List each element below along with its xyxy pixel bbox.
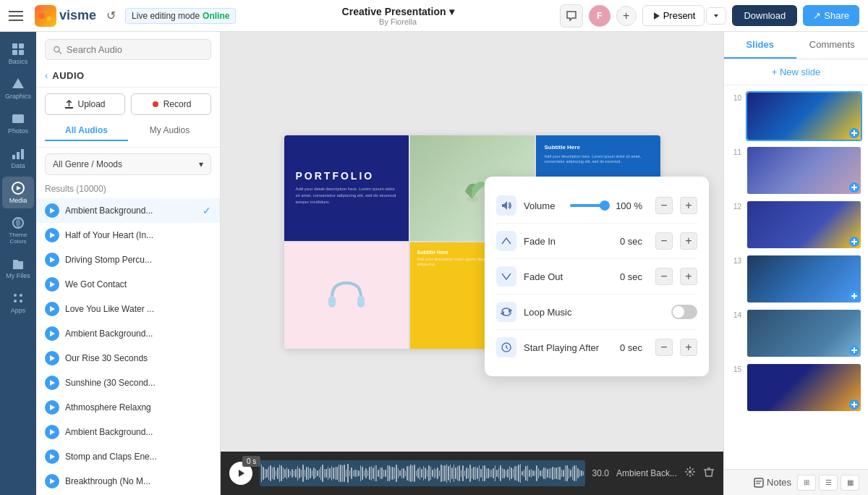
audio-list-item[interactable]: Driving Stomp Percu... xyxy=(36,248,220,272)
audio-list-item[interactable]: Half of Your Heart (In... xyxy=(36,223,220,248)
volume-thumb xyxy=(600,200,610,211)
slide-thumbnail[interactable] xyxy=(746,308,862,358)
sidebar-item-photos[interactable]: Photos xyxy=(2,107,34,139)
sidebar-item-data[interactable]: Data xyxy=(2,142,34,174)
search-box[interactable] xyxy=(45,39,211,60)
sidebar-item-graphics[interactable]: Graphics xyxy=(2,72,34,104)
track-play-button[interactable] xyxy=(45,203,59,218)
track-play-button[interactable] xyxy=(45,376,59,390)
svg-rect-8 xyxy=(19,50,24,55)
slide-thumbnail[interactable] xyxy=(746,145,862,195)
audio-list-item[interactable]: Our Rise 30 Seconds xyxy=(36,346,220,371)
volume-minus-button[interactable]: − xyxy=(655,197,673,214)
add-collaborator-button[interactable]: + xyxy=(616,6,637,26)
slide-thumbnail[interactable] xyxy=(746,91,862,141)
hamburger-menu[interactable] xyxy=(9,6,29,26)
filmstrip-view-button[interactable]: ▦ xyxy=(841,475,859,491)
grid-view-button[interactable]: ⊞ xyxy=(797,475,816,491)
audio-action-buttons: Upload Record xyxy=(36,88,220,121)
slide-thumbnail[interactable] xyxy=(746,363,862,412)
svg-rect-13 xyxy=(12,155,15,159)
present-dropdown-button[interactable] xyxy=(706,7,726,25)
sidebar-item-theme-colors[interactable]: Theme Colors xyxy=(2,211,34,249)
slide-add-audio-icon[interactable] xyxy=(849,399,859,410)
undo-button[interactable]: ↺ xyxy=(102,7,119,25)
track-play-button[interactable] xyxy=(45,326,59,341)
download-button[interactable]: Download xyxy=(732,5,797,26)
tab-my-audios[interactable]: My Audios xyxy=(128,121,211,141)
present-button[interactable]: Present xyxy=(642,5,705,26)
record-button[interactable]: Record xyxy=(131,93,211,115)
fade-out-plus-button[interactable]: + xyxy=(680,268,697,285)
timeline-delete-button[interactable] xyxy=(703,466,715,481)
search-input[interactable] xyxy=(67,44,203,55)
audio-list-item[interactable]: Stomp and Claps Ene... xyxy=(36,444,220,469)
slide-add-audio-icon[interactable] xyxy=(849,237,859,247)
slide-add-audio-icon[interactable] xyxy=(849,345,859,355)
audio-list-item[interactable]: Athmosphere Relaxng xyxy=(36,395,220,420)
upload-button[interactable]: Upload xyxy=(45,93,125,115)
track-play-button[interactable] xyxy=(45,425,59,439)
waveform[interactable] xyxy=(260,460,585,486)
sidebar-item-my-files[interactable]: My Files xyxy=(2,252,34,284)
tab-all-audios[interactable]: All Audios xyxy=(45,121,128,141)
canvas-main[interactable]: PORTFOLIO Add your detail description he… xyxy=(221,32,723,452)
track-play-button[interactable] xyxy=(45,351,59,365)
fade-out-minus-button[interactable]: − xyxy=(655,268,673,285)
audio-back-button[interactable]: ‹ xyxy=(45,70,48,81)
slide-number: 15 xyxy=(730,363,741,373)
fade-in-control-row: Fade In 0 sec − + xyxy=(496,224,697,259)
svg-marker-35 xyxy=(50,429,55,435)
sidebar-item-media[interactable]: Media xyxy=(2,177,34,208)
svg-marker-27 xyxy=(50,232,55,238)
audio-list-item[interactable]: Sunshine (30 Second... xyxy=(36,371,220,395)
track-play-button[interactable] xyxy=(45,277,59,292)
slide-thumbnail[interactable] xyxy=(746,254,862,304)
sidebar-item-apps[interactable]: Apps xyxy=(2,287,34,318)
tab-comments[interactable]: Comments xyxy=(796,32,869,59)
slide-add-audio-icon[interactable] xyxy=(849,182,859,192)
new-slide-button[interactable]: + New slide xyxy=(724,59,868,85)
track-play-button[interactable] xyxy=(45,400,59,415)
fade-in-minus-button[interactable]: − xyxy=(655,232,673,250)
tab-slides[interactable]: Slides xyxy=(724,32,796,59)
presentation-title[interactable]: Creative Presentation ▾ xyxy=(342,6,454,17)
audio-list-item[interactable]: Ambient Background... xyxy=(36,420,220,444)
fade-in-label: Fade In xyxy=(524,236,613,247)
fade-in-value: 0 sec xyxy=(620,236,642,247)
notes-button[interactable]: Notes xyxy=(754,477,791,488)
slide-add-audio-icon[interactable] xyxy=(849,128,859,138)
track-play-button[interactable] xyxy=(45,253,59,267)
volume-slider[interactable] xyxy=(570,204,609,207)
comment-button[interactable] xyxy=(560,4,583,28)
fade-in-plus-button[interactable]: + xyxy=(680,232,697,250)
track-check-icon: ✓ xyxy=(203,205,211,216)
volume-plus-button[interactable]: + xyxy=(680,197,697,214)
svg-point-20 xyxy=(20,294,22,297)
timeline-settings-button[interactable] xyxy=(684,466,696,481)
start-plus-button[interactable]: + xyxy=(680,339,697,356)
canvas-area: PORTFOLIO Add your detail description he… xyxy=(221,32,723,495)
genre-filter[interactable]: All Genre / Moods ▾ xyxy=(45,153,211,175)
svg-rect-7 xyxy=(12,50,17,55)
slide-thumbnail[interactable] xyxy=(746,200,862,250)
svg-marker-37 xyxy=(50,478,55,484)
loop-music-toggle[interactable] xyxy=(671,305,697,319)
sidebar-item-basics[interactable]: Basics xyxy=(2,38,34,69)
slides-tabs: Slides Comments xyxy=(724,32,868,59)
track-play-button[interactable] xyxy=(45,449,59,464)
list-view-button[interactable]: ☰ xyxy=(819,475,838,491)
avatar: F xyxy=(589,5,610,27)
track-play-button[interactable] xyxy=(45,302,59,316)
audio-list-item[interactable]: Ambient Background... xyxy=(36,321,220,346)
track-play-button[interactable] xyxy=(45,228,59,242)
slide-add-audio-icon[interactable] xyxy=(849,291,859,301)
track-play-button[interactable] xyxy=(45,474,59,488)
audio-list-item[interactable]: Love You Like Water ... xyxy=(36,297,220,321)
start-minus-button[interactable]: − xyxy=(655,339,673,356)
share-button[interactable]: ↗ Share xyxy=(803,5,859,26)
audio-list-item[interactable]: Ambient Background... ✓ xyxy=(36,198,220,223)
svg-marker-26 xyxy=(50,208,55,213)
audio-list-item[interactable]: We Got Contact xyxy=(36,272,220,297)
audio-list-item[interactable]: Breakthrough (No M... xyxy=(36,469,220,494)
